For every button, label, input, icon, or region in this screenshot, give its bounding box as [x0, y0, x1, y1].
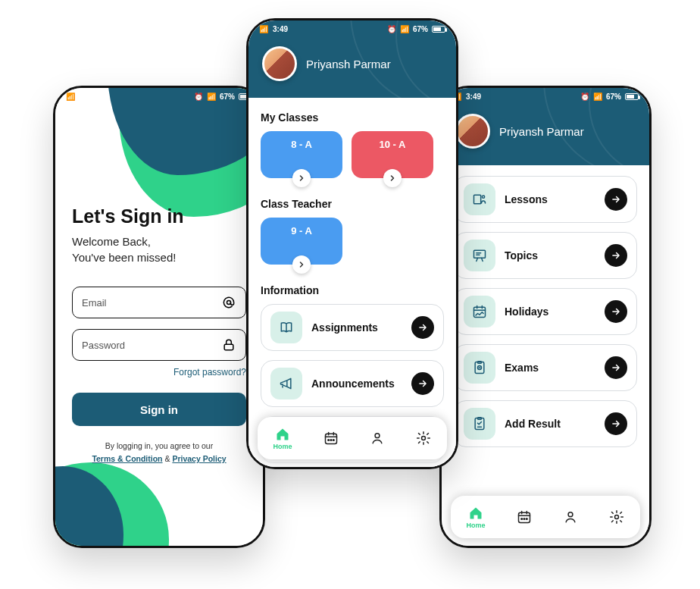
chevron-right-icon: [292, 255, 311, 274]
class-chip-label: 9 - A: [291, 225, 312, 237]
chevron-right-icon: [292, 169, 311, 187]
svg-rect-1: [224, 344, 233, 350]
email-field[interactable]: Email: [72, 287, 246, 318]
list-item[interactable]: Holidays: [454, 288, 637, 335]
svg-point-15: [568, 512, 573, 517]
svg-point-22: [333, 440, 334, 441]
login-title: Let's Sign in: [72, 205, 246, 227]
arrow-right-icon: [605, 356, 627, 379]
list-item-label: Assignments: [311, 321, 402, 334]
class-chip-label: 10 - A: [380, 139, 406, 150]
phone-menu: 📶3:49 ⏰ 📶 67% Priyansh Parmar Lessons: [439, 86, 652, 548]
agree-pre: By logging in, you agree to our: [105, 441, 213, 450]
nav-profile[interactable]: [563, 509, 578, 525]
list-item-label: Exams: [505, 362, 595, 374]
arrow-right-icon: [605, 244, 627, 267]
alarm-icon: ⏰: [194, 92, 203, 101]
list-item-label: Add Result: [505, 418, 595, 430]
nav-settings[interactable]: [609, 509, 624, 525]
list-item[interactable]: Assignments: [261, 304, 444, 351]
svg-point-12: [521, 519, 523, 520]
dashboard-header: 📶3:49 ⏰ 📶 67% Priyansh Parmar: [442, 88, 649, 165]
svg-rect-2: [474, 195, 481, 204]
arrow-right-icon: [605, 188, 627, 211]
login-subtitle-line: You've been missed!: [72, 251, 176, 264]
list-item[interactable]: Add Result: [454, 400, 637, 447]
status-bar: 📶3:49 ⏰ 📶 67%: [55, 88, 263, 105]
list-item[interactable]: Lessons: [454, 176, 637, 223]
person-icon: [370, 431, 385, 446]
battery-icon: [625, 93, 639, 100]
arrow-right-icon: [411, 316, 434, 339]
svg-point-24: [422, 437, 426, 440]
class-chip-label: 8 - A: [291, 139, 312, 150]
lesson-icon: [464, 183, 495, 215]
forgot-password-link[interactable]: Forgot password?: [72, 367, 246, 378]
status-time: 3:49: [80, 92, 95, 101]
avatar[interactable]: [455, 114, 490, 149]
list-item[interactable]: Exams: [454, 344, 637, 391]
class-chip[interactable]: 10 - A: [352, 131, 433, 178]
nav-home[interactable]: Home: [467, 506, 486, 529]
list-item[interactable]: Topics: [454, 232, 637, 279]
phone-login: 📶3:49 ⏰ 📶 67% Let's Sign in Welcome Back…: [53, 86, 265, 548]
svg-rect-19: [325, 434, 336, 443]
signal-icon: 📶: [66, 92, 75, 101]
class-chip[interactable]: 9 - A: [261, 218, 342, 265]
terms-link[interactable]: Terms & Condition: [92, 454, 162, 463]
email-placeholder: Email: [82, 297, 107, 309]
password-field[interactable]: Password: [72, 329, 246, 361]
avatar[interactable]: [262, 46, 297, 81]
home-icon: [468, 506, 483, 521]
nav-profile[interactable]: [370, 431, 385, 446]
nav-settings[interactable]: [416, 431, 431, 446]
list-item-label: Lessons: [505, 193, 595, 205]
gear-icon: [416, 431, 431, 446]
arrow-right-icon: [411, 372, 434, 395]
dashboard-header: 📶3:49 ⏰ 📶 67% Priyansh Parmar: [248, 20, 456, 98]
privacy-link[interactable]: Privacy Policy: [172, 454, 226, 463]
svg-point-16: [615, 515, 619, 519]
section-class-teacher: Class Teacher: [261, 198, 444, 210]
battery-icon: [432, 26, 445, 33]
nav-calendar[interactable]: [323, 431, 339, 446]
status-time: 3:49: [466, 92, 481, 101]
bottom-nav: Home: [258, 417, 447, 459]
agree-amp: &: [164, 454, 170, 463]
nav-home[interactable]: Home: [273, 427, 292, 450]
at-icon: [221, 295, 236, 310]
agree-text: By logging in, you agree to our Terms & …: [72, 440, 246, 465]
sign-in-button[interactable]: Sign in: [72, 393, 246, 426]
calendar-icon: [323, 431, 339, 446]
password-placeholder: Password: [82, 340, 125, 351]
svg-point-14: [526, 519, 527, 520]
nav-calendar[interactable]: [517, 509, 532, 525]
nav-home-label: Home: [467, 522, 486, 529]
phone-home: 📶3:49 ⏰ 📶 67% Priyansh Parmar My Classes…: [246, 18, 458, 469]
board-icon: [464, 240, 495, 271]
megaphone-icon: [270, 368, 302, 399]
wifi-icon: 📶: [207, 92, 216, 101]
arrow-right-icon: [605, 300, 627, 323]
login-subtitle: Welcome Back, You've been missed!: [72, 233, 246, 265]
calendar-icon: [517, 509, 532, 525]
chevron-right-icon: [383, 169, 402, 187]
result-icon: [464, 408, 495, 440]
svg-point-21: [330, 440, 332, 441]
book-icon: [270, 312, 302, 343]
svg-rect-4: [474, 250, 486, 258]
person-icon: [563, 509, 578, 525]
section-information: Information: [261, 284, 444, 296]
calendar-img-icon: [464, 296, 495, 327]
list-item[interactable]: Announcements: [261, 360, 444, 407]
nav-home-label: Home: [273, 443, 292, 450]
status-battery-pct: 67%: [220, 92, 235, 101]
class-chip[interactable]: 8 - A: [261, 131, 342, 178]
signal-icon: 📶: [259, 25, 268, 33]
home-icon: [275, 427, 290, 442]
list-item-label: Holidays: [505, 305, 595, 318]
bottom-nav: Home: [451, 496, 640, 538]
svg-point-13: [523, 519, 525, 520]
section-my-classes: My Classes: [261, 111, 444, 124]
login-subtitle-line: Welcome Back,: [72, 235, 151, 248]
